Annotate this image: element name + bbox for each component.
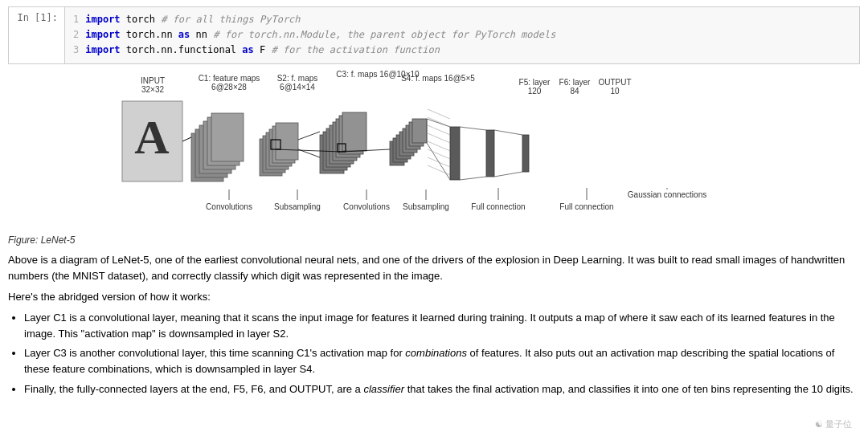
svg-rect-48 [522, 135, 529, 172]
svg-text:Full connection: Full connection [559, 202, 613, 211]
svg-line-55 [460, 127, 486, 130]
svg-line-57 [494, 130, 522, 135]
watermark-icon: ☯ [815, 419, 823, 429]
s4-maps [390, 119, 427, 165]
svg-line-76 [428, 117, 450, 127]
svg-line-53 [427, 143, 450, 180]
list-item-3: Finally, the fully-connected layers at t… [24, 381, 860, 397]
comment-3: # for the activation function [271, 44, 440, 55]
svg-line-49 [182, 137, 191, 141]
code-lines: 1import torch # for all things PyTorch 2… [65, 7, 859, 63]
comment-2: # for torch.nn.Module, the parent object… [207, 29, 555, 40]
lenet-svg: INPUT 32×32 C1: feature maps 6@28×28 S2:… [104, 69, 764, 230]
svg-line-52 [427, 119, 450, 127]
svg-text:S4: f. maps 16@5×5: S4: f. maps 16@5×5 [401, 74, 475, 83]
svg-text:32×32: 32×32 [141, 85, 165, 94]
svg-text:84: 84 [570, 87, 579, 96]
code-cell: In [1]: 1import torch # for all things P… [8, 6, 860, 64]
paragraph-2: Here's the abridged version of how it wo… [8, 289, 860, 305]
svg-line-77 [428, 125, 450, 135]
svg-text:6@14×14: 6@14×14 [280, 83, 315, 92]
kw-import-1: import [85, 14, 120, 25]
watermark: ☯ 量子位 [815, 418, 852, 430]
svg-rect-46 [450, 127, 460, 180]
svg-rect-47 [486, 130, 494, 177]
code-line-1: 1import torch # for all things PyTorch [73, 12, 851, 27]
lenet-diagram: INPUT 32×32 C1: feature maps 6@28×28 S2:… [8, 69, 860, 230]
code-text-3: torch.nn.functional [121, 44, 243, 55]
svg-text:Full connection: Full connection [471, 202, 525, 211]
code-text-2b: nn [190, 29, 207, 40]
svg-text:OUTPUT: OUTPUT [598, 78, 631, 87]
svg-text:Convolutions: Convolutions [343, 202, 390, 211]
svg-text:Gaussian connections: Gaussian connections [628, 190, 706, 199]
svg-rect-21 [211, 113, 244, 161]
svg-text:Subsampling: Subsampling [403, 202, 449, 211]
code-line-3: 3import torch.nn.functional as F # for t… [73, 43, 851, 58]
line-num-2: 2 [73, 29, 79, 40]
svg-text:120: 120 [528, 87, 542, 96]
svg-text:Convolutions: Convolutions [206, 202, 252, 211]
cell-label: In [1]: [9, 7, 65, 63]
bullet-list: Layer C1 is a convolutional layer, meani… [24, 310, 860, 397]
list-item-2: Layer C3 is another convolutional layer,… [24, 345, 860, 377]
kw-as-2: as [242, 44, 253, 55]
svg-text:C1: feature maps: C1: feature maps [199, 74, 260, 83]
paragraph-1: Above is a diagram of LeNet-5, one of th… [8, 252, 860, 284]
svg-text:S2: f. maps: S2: f. maps [277, 74, 318, 83]
svg-text:Subsampling: Subsampling [274, 202, 321, 211]
svg-rect-27 [276, 123, 298, 160]
list-item-1: Layer C1 is a convolutional layer, meani… [24, 310, 860, 342]
code-text-2: torch.nn [121, 29, 178, 40]
line-num-3: 3 [73, 44, 79, 55]
kw-import-2: import [85, 29, 120, 40]
svg-line-58 [494, 172, 522, 177]
svg-text:6@28×28: 6@28×28 [211, 83, 247, 92]
svg-rect-45 [412, 119, 427, 143]
svg-line-78 [428, 133, 450, 143]
kw-import-3: import [85, 44, 120, 55]
c3-maps [320, 112, 366, 173]
svg-line-82 [428, 165, 450, 175]
svg-line-81 [428, 157, 450, 167]
svg-text:10: 10 [610, 87, 620, 96]
svg-line-80 [428, 149, 450, 159]
svg-text:INPUT: INPUT [141, 76, 165, 85]
svg-line-50 [298, 132, 320, 140]
code-text-1: torch [121, 14, 155, 25]
svg-text:F6: layer: F6: layer [559, 78, 592, 87]
c1-maps [191, 113, 244, 181]
svg-line-56 [460, 177, 486, 180]
comment-1: # for all things PyTorch [155, 14, 301, 25]
kw-as-1: as [178, 29, 190, 40]
watermark-text: 量子位 [825, 419, 852, 429]
code-text-3b: F [254, 44, 272, 55]
figure-caption: Figure: LeNet-5 [8, 234, 860, 246]
svg-line-75 [428, 109, 450, 119]
line-num-1: 1 [73, 14, 79, 25]
code-line-2: 2import torch.nn as nn # for torch.nn.Mo… [73, 27, 851, 43]
svg-text:F5: layer: F5: layer [519, 78, 551, 87]
svg-text:A: A [134, 111, 169, 164]
content-area: INPUT 32×32 C1: feature maps 6@28×28 S2:… [0, 69, 868, 407]
